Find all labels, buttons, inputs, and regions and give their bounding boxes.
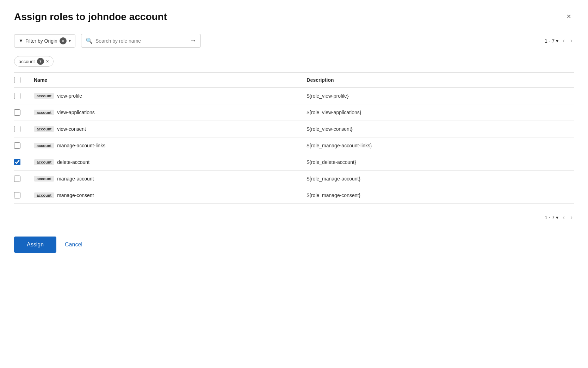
row-checkbox-0[interactable] bbox=[14, 93, 20, 99]
tag-remove-icon[interactable]: × bbox=[46, 59, 49, 64]
description-column-header: Description bbox=[307, 77, 574, 83]
row-check-cell-2 bbox=[14, 126, 28, 132]
row-check-cell-4 bbox=[14, 159, 28, 165]
tag-label: account bbox=[19, 59, 35, 64]
filter-tags: account 7 × bbox=[14, 56, 574, 67]
role-badge-2: account bbox=[34, 126, 54, 132]
row-check-cell-5 bbox=[14, 176, 28, 182]
cancel-button[interactable]: Cancel bbox=[62, 237, 85, 253]
filter-by-origin-button[interactable]: ▼ Filter by Origin × ▾ bbox=[14, 34, 75, 48]
account-filter-tag: account 7 × bbox=[14, 56, 54, 67]
role-badge-3: account bbox=[34, 143, 54, 148]
row-name-cell-0: account view-profile bbox=[34, 93, 301, 99]
role-badge-0: account bbox=[34, 93, 54, 99]
filter-icon: ▼ bbox=[19, 38, 23, 43]
table-row: account view-applications ${role_view-ap… bbox=[14, 104, 574, 121]
table-header-row: Name Description bbox=[14, 73, 574, 88]
bottom-next-button[interactable]: › bbox=[569, 212, 574, 222]
filter-label: Filter by Origin bbox=[25, 38, 57, 44]
select-all-checkbox[interactable] bbox=[14, 77, 20, 83]
search-box: 🔍 → bbox=[81, 34, 201, 48]
tag-count: 7 bbox=[37, 58, 44, 65]
assign-button[interactable]: Assign bbox=[14, 237, 56, 253]
role-name-6: manage-consent bbox=[57, 192, 94, 198]
name-column-header: Name bbox=[34, 77, 301, 83]
row-check-cell-1 bbox=[14, 109, 28, 116]
dialog-title: Assign roles to johndoe account bbox=[14, 11, 167, 23]
row-name-cell-4: account delete-account bbox=[34, 159, 301, 165]
search-icon: 🔍 bbox=[86, 37, 93, 44]
row-desc-cell-0: ${role_view-profile} bbox=[307, 93, 574, 99]
assign-roles-dialog: Assign roles to johndoe account × ▼ Filt… bbox=[0, 0, 588, 368]
search-input[interactable] bbox=[95, 38, 187, 44]
role-name-0: view-profile bbox=[57, 93, 82, 99]
filter-chevron-icon: ▾ bbox=[69, 38, 71, 43]
role-badge-4: account bbox=[34, 159, 54, 165]
row-name-cell-6: account manage-consent bbox=[34, 192, 301, 198]
role-badge-6: account bbox=[34, 192, 54, 198]
row-checkbox-2[interactable] bbox=[14, 126, 20, 132]
roles-table: Name Description account view-profile ${… bbox=[14, 72, 574, 204]
row-check-cell-6 bbox=[14, 192, 28, 198]
row-desc-cell-2: ${role_view-consent} bbox=[307, 126, 574, 132]
role-name-2: view-consent bbox=[57, 126, 86, 132]
table-row: account delete-account ${role_delete-acc… bbox=[14, 154, 574, 171]
role-badge-1: account bbox=[34, 110, 54, 115]
role-name-3: manage-account-links bbox=[57, 143, 105, 148]
row-name-cell-1: account view-applications bbox=[34, 110, 301, 115]
row-check-cell-3 bbox=[14, 142, 28, 149]
row-check-cell-0 bbox=[14, 93, 28, 99]
table-row: account manage-consent ${role_manage-con… bbox=[14, 187, 574, 204]
bottom-page-label: 1 - 7 ▾ bbox=[545, 215, 558, 220]
role-name-1: view-applications bbox=[57, 110, 95, 115]
row-desc-cell-3: ${role_manage-account-links} bbox=[307, 143, 574, 148]
search-arrow-icon[interactable]: → bbox=[190, 37, 196, 44]
table-rows: account view-profile ${role_view-profile… bbox=[14, 88, 574, 204]
row-desc-cell-4: ${role_delete-account} bbox=[307, 159, 574, 165]
table-row: account view-profile ${role_view-profile… bbox=[14, 88, 574, 104]
role-name-5: manage-account bbox=[57, 176, 94, 182]
top-prev-button[interactable]: ‹ bbox=[561, 36, 566, 46]
top-next-button[interactable]: › bbox=[569, 36, 574, 46]
toolbar: ▼ Filter by Origin × ▾ 🔍 → 1 - 7 ▾ ‹ › bbox=[14, 34, 574, 48]
row-name-cell-5: account manage-account bbox=[34, 176, 301, 182]
row-desc-cell-5: ${role_manage-account} bbox=[307, 176, 574, 182]
row-name-cell-2: account view-consent bbox=[34, 126, 301, 132]
bottom-pagination: 1 - 7 ▾ ‹ › bbox=[14, 212, 574, 222]
table-row: account manage-account ${role_manage-acc… bbox=[14, 171, 574, 187]
row-name-cell-3: account manage-account-links bbox=[34, 143, 301, 148]
top-pagination: 1 - 7 ▾ ‹ › bbox=[545, 36, 574, 46]
filter-clear-icon[interactable]: × bbox=[60, 37, 67, 44]
close-button[interactable]: × bbox=[564, 11, 574, 22]
table-row: account manage-account-links ${role_mana… bbox=[14, 137, 574, 154]
row-checkbox-6[interactable] bbox=[14, 192, 20, 198]
row-checkbox-4[interactable] bbox=[14, 159, 20, 165]
footer-actions: Assign Cancel bbox=[14, 237, 574, 253]
row-checkbox-5[interactable] bbox=[14, 176, 20, 182]
bottom-prev-button[interactable]: ‹ bbox=[561, 212, 566, 222]
row-checkbox-1[interactable] bbox=[14, 109, 20, 116]
role-name-4: delete-account bbox=[57, 159, 89, 165]
row-checkbox-3[interactable] bbox=[14, 142, 20, 149]
select-all-check-cell bbox=[14, 77, 28, 83]
top-page-label: 1 - 7 ▾ bbox=[545, 38, 558, 44]
role-badge-5: account bbox=[34, 176, 54, 182]
row-desc-cell-1: ${role_view-applications} bbox=[307, 110, 574, 115]
table-row: account view-consent ${role_view-consent… bbox=[14, 121, 574, 137]
row-desc-cell-6: ${role_manage-consent} bbox=[307, 192, 574, 198]
dialog-header: Assign roles to johndoe account × bbox=[14, 11, 574, 23]
